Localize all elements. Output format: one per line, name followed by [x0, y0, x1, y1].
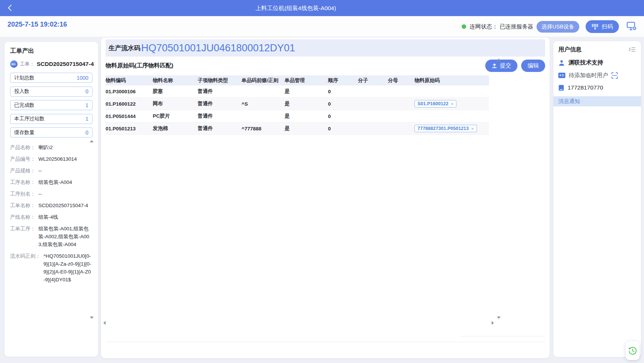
monitor-gear-icon — [626, 21, 637, 31]
history-clock-icon — [628, 347, 637, 355]
table-scroll-up-icon[interactable] — [497, 58, 501, 61]
table-header-row: 物料编码 物料名称 子项物料类型 单品码前缀/正则 单品管理 顺序 分子 分母 … — [106, 75, 489, 85]
cell-subitem-type: 普通件 — [198, 125, 242, 132]
chevron-left-icon — [6, 4, 14, 12]
stat-station-pass-count: 本工序过站数 1 — [10, 114, 92, 124]
column-header-unit-managed: 单品管理 — [285, 77, 328, 84]
table-scroll-down-icon[interactable] — [497, 317, 501, 319]
device-settings-button[interactable] — [626, 21, 637, 32]
network-status-dot — [462, 24, 466, 29]
stat-value: 1 — [85, 116, 88, 122]
cell-subitem-type: 普通件 — [198, 113, 242, 120]
edit-button[interactable]: 编辑 — [521, 60, 545, 72]
phone-number-text: 17728170770 — [568, 84, 603, 91]
cell-sequence: 0 — [328, 126, 358, 131]
datetime-text: 2025-7-15 19:02:16 — [7, 21, 67, 28]
table-row[interactable]: 01.P3000106 胶塞 普通件 是 0 — [106, 85, 489, 98]
cell-material-name: 网布 — [153, 100, 198, 107]
detail-label: 工单名称： — [10, 202, 36, 209]
material-section-row: 物料原始码(工序物料匹配) 提交 编辑 — [106, 58, 545, 73]
network-status-label: 连网状态： — [470, 23, 498, 30]
origin-code-tag-text: 77788827301.P0501213 — [417, 126, 469, 131]
detail-product-name: 产品名称： 喇叭\2 — [10, 143, 92, 151]
detail-process-alias: 工序别名： -- — [10, 190, 92, 198]
cell-material-name: PC胶片 — [153, 113, 198, 120]
detail-order-processes: 工单工序： 组装包装-A001,组装包装-A002,组装包装-A003,组装包装… — [10, 225, 92, 248]
user-info-header: 用户信息 — [558, 46, 636, 54]
stat-cache-count: 缓存数量 0 — [10, 127, 92, 137]
page-title: 上料工位机(组装4线包装-A004) — [255, 0, 336, 16]
material-section-title: 物料原始码(工序物料匹配) — [106, 62, 173, 70]
table-scroll-right-icon[interactable] — [492, 321, 494, 325]
cell-material-code: 01.P3000106 — [106, 89, 153, 94]
product-details-list: 产品名称： 喇叭\2 产品编号： WL20250613014 产品规格： -- … — [10, 143, 92, 284]
origin-code-tag: 77788827301.P0501213 × — [414, 125, 477, 132]
stat-value: 1000 — [77, 75, 88, 81]
message-notice-bar[interactable]: 消息通知 — [553, 96, 641, 106]
cell-unit-managed: 是 — [285, 125, 328, 132]
detail-serial-regex: 流水码正则： ^HQ70501001JU0[0-9]{1}[A-Za-z0-9]… — [10, 252, 92, 284]
back-button[interactable] — [4, 3, 16, 13]
detail-value: 组装包装-A004 — [39, 178, 93, 186]
detail-label: 工单工序： — [10, 225, 36, 248]
table-scroll-left-icon[interactable] — [103, 321, 106, 325]
user-icon — [558, 60, 565, 66]
cell-material-code: 01.P0501213 — [106, 126, 153, 131]
column-header-numerator: 分子 — [358, 77, 388, 84]
detail-line-name: 产线名称： 组装-4线 — [10, 213, 92, 221]
origin-code-tag: S01.P1600122 × — [414, 100, 456, 108]
detail-value: SCDD20250715047-4 — [39, 202, 93, 209]
production-panel: 生产流水码 HQ70501001JU0461800012DY01 物料原始码(工… — [101, 37, 550, 358]
table-row[interactable]: 01.P0501213 发泡棉 普通件 ^777888 是 0 77788827… — [106, 122, 489, 135]
detail-value: WL20250613014 — [39, 155, 93, 163]
detail-label: 产品编号： — [10, 155, 36, 163]
work-order-panel-title: 工单产出 — [10, 47, 92, 55]
stat-input-count: 投入数 0 — [10, 87, 92, 97]
cell-unit-prefix: ^S — [242, 101, 285, 107]
stat-label: 已完成数 — [14, 102, 34, 109]
cell-sequence: 0 — [328, 114, 358, 119]
detail-order-name: 工单名称： SCDD20250715047-4 — [10, 202, 92, 209]
scan-button-label: 扫码 — [602, 23, 613, 30]
remove-tag-icon[interactable]: × — [471, 126, 474, 131]
scan-user-icon[interactable] — [611, 72, 618, 79]
cell-material-code: 01.P1600122 — [106, 101, 153, 107]
serial-label: 生产流水码 — [109, 44, 140, 52]
remove-tag-icon[interactable]: × — [451, 102, 454, 106]
scan-code-button[interactable]: 扫码 — [586, 20, 619, 33]
column-header-sequence: 顺序 — [328, 77, 358, 84]
cell-material-name: 胶塞 — [153, 88, 198, 95]
cell-unit-managed: 是 — [285, 100, 328, 107]
stat-completed-count: 已完成数 1 — [10, 100, 92, 110]
stat-label: 本工序过站数 — [14, 115, 45, 122]
select-usb-device-button[interactable]: 选择USB设备 — [537, 21, 579, 33]
detail-label: 产品名称： — [10, 143, 36, 151]
collapse-panel-icon[interactable] — [628, 46, 636, 53]
sidebar-scroll-down-icon[interactable] — [90, 317, 94, 319]
table-row[interactable]: 01.P0501444 PC胶片 普通件 是 0 — [106, 110, 489, 122]
production-serial-bar: 生产流水码 HQ70501001JU0461800012DY01 — [106, 39, 545, 57]
cell-subitem-type: 普通件 — [198, 88, 242, 95]
submit-button[interactable]: 提交 — [485, 60, 517, 72]
sidebar-scroll-up-icon[interactable] — [90, 140, 94, 142]
upload-icon — [492, 63, 497, 69]
user-name-row: 渊联技术支持 — [558, 59, 636, 67]
table-row[interactable]: 01.P1600122 网布 普通件 ^S 是 0 S01.P1600122 × — [106, 98, 489, 110]
detail-label: 产品规格： — [10, 167, 36, 175]
detail-label: 产线名称： — [10, 213, 36, 221]
detail-label: 工序别名： — [10, 190, 36, 198]
column-header-subitem-type: 子项物料类型 — [198, 77, 242, 84]
work-order-number-row: NO. 工单： SCDD20250715047-4 — [10, 60, 92, 68]
detail-value: -- — [39, 190, 93, 198]
detail-product-code: 产品编号： WL20250613014 — [10, 155, 92, 163]
materials-table: 物料编码 物料名称 子项物料类型 单品码前缀/正则 单品管理 顺序 分子 分母 … — [106, 75, 489, 135]
user-info-title: 用户信息 — [558, 46, 581, 54]
detail-value: ^HQ70501001JU0[0-9]{1}[A-Za-z0-9]{1}[0-9… — [43, 252, 92, 284]
cell-subitem-type: 普通件 — [198, 100, 242, 107]
stat-value: 0 — [85, 130, 88, 136]
table-fixed-column-border — [461, 336, 545, 336]
detail-value: 组装-4线 — [39, 213, 93, 221]
detail-value: 喇叭\2 — [39, 143, 93, 151]
status-right-group: 连网状态： 已连接服务器 选择USB设备 扫码 — [462, 19, 637, 34]
history-floating-button[interactable] — [626, 341, 640, 360]
